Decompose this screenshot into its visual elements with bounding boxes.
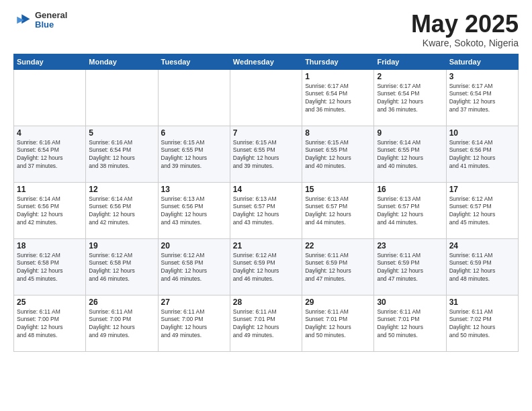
calendar-subtitle: Kware, Sokoto, Nigeria <box>411 38 519 48</box>
week-row-2: 4Sunrise: 6:16 AM Sunset: 6:54 PM Daylig… <box>14 126 519 182</box>
day-cell-29: 29Sunrise: 6:11 AM Sunset: 7:01 PM Dayli… <box>302 295 374 351</box>
calendar-title: May 2025 <box>411 11 519 38</box>
day-info: Sunrise: 6:11 AM Sunset: 7:00 PM Dayligh… <box>17 308 83 340</box>
day-cell-24: 24Sunrise: 6:11 AM Sunset: 6:59 PM Dayli… <box>446 238 518 295</box>
empty-cell <box>230 69 302 126</box>
day-cell-17: 17Sunrise: 6:12 AM Sunset: 6:57 PM Dayli… <box>446 182 518 238</box>
day-number: 6 <box>161 128 227 138</box>
day-number: 12 <box>89 185 154 194</box>
day-cell-19: 19Sunrise: 6:12 AM Sunset: 6:58 PM Dayli… <box>86 238 158 295</box>
day-info: Sunrise: 6:14 AM Sunset: 6:56 PM Dayligh… <box>449 139 515 171</box>
weekday-header-row: SundayMondayTuesdayWednesdayThursdayFrid… <box>14 54 519 69</box>
day-number: 5 <box>89 128 154 138</box>
weekday-header-tuesday: Tuesday <box>158 54 230 69</box>
day-cell-27: 27Sunrise: 6:11 AM Sunset: 7:00 PM Dayli… <box>158 295 230 351</box>
day-cell-5: 5Sunrise: 6:16 AM Sunset: 6:54 PM Daylig… <box>86 126 158 182</box>
day-cell-28: 28Sunrise: 6:11 AM Sunset: 7:01 PM Dayli… <box>230 295 302 351</box>
day-info: Sunrise: 6:14 AM Sunset: 6:56 PM Dayligh… <box>89 195 154 228</box>
day-info: Sunrise: 6:12 AM Sunset: 6:58 PM Dayligh… <box>89 252 154 284</box>
weekday-header-saturday: Saturday <box>446 54 518 69</box>
day-info: Sunrise: 6:13 AM Sunset: 6:57 PM Dayligh… <box>233 195 299 228</box>
day-info: Sunrise: 6:14 AM Sunset: 6:55 PM Dayligh… <box>377 139 443 171</box>
day-cell-16: 16Sunrise: 6:13 AM Sunset: 6:57 PM Dayli… <box>374 182 446 238</box>
day-cell-3: 3Sunrise: 6:17 AM Sunset: 6:54 PM Daylig… <box>446 69 518 126</box>
weekday-header-wednesday: Wednesday <box>230 54 302 69</box>
svg-marker-1 <box>21 15 30 24</box>
day-number: 20 <box>161 241 227 250</box>
day-info: Sunrise: 6:16 AM Sunset: 6:54 PM Dayligh… <box>17 139 83 171</box>
day-cell-22: 22Sunrise: 6:11 AM Sunset: 6:59 PM Dayli… <box>302 238 374 295</box>
day-cell-12: 12Sunrise: 6:14 AM Sunset: 6:56 PM Dayli… <box>86 182 158 238</box>
day-cell-20: 20Sunrise: 6:12 AM Sunset: 6:58 PM Dayli… <box>158 238 230 295</box>
weekday-header-friday: Friday <box>374 54 446 69</box>
day-info: Sunrise: 6:13 AM Sunset: 6:57 PM Dayligh… <box>305 195 371 228</box>
day-info: Sunrise: 6:13 AM Sunset: 6:56 PM Dayligh… <box>161 195 227 228</box>
day-number: 22 <box>305 241 371 250</box>
day-number: 27 <box>161 298 227 307</box>
day-info: Sunrise: 6:17 AM Sunset: 6:54 PM Dayligh… <box>377 83 443 115</box>
day-cell-11: 11Sunrise: 6:14 AM Sunset: 6:56 PM Dayli… <box>14 182 86 238</box>
day-number: 14 <box>233 185 299 194</box>
day-cell-13: 13Sunrise: 6:13 AM Sunset: 6:56 PM Dayli… <box>158 182 230 238</box>
day-number: 7 <box>233 128 299 138</box>
day-info: Sunrise: 6:12 AM Sunset: 6:58 PM Dayligh… <box>161 252 227 284</box>
day-info: Sunrise: 6:13 AM Sunset: 6:57 PM Dayligh… <box>377 195 443 228</box>
day-number: 2 <box>377 72 443 81</box>
day-info: Sunrise: 6:17 AM Sunset: 6:54 PM Dayligh… <box>449 83 515 115</box>
day-info: Sunrise: 6:15 AM Sunset: 6:55 PM Dayligh… <box>233 139 299 171</box>
day-info: Sunrise: 6:14 AM Sunset: 6:56 PM Dayligh… <box>17 195 83 228</box>
day-number: 30 <box>377 298 443 307</box>
day-cell-9: 9Sunrise: 6:14 AM Sunset: 6:55 PM Daylig… <box>374 126 446 182</box>
day-info: Sunrise: 6:11 AM Sunset: 7:01 PM Dayligh… <box>233 308 299 340</box>
empty-cell <box>14 69 86 126</box>
day-info: Sunrise: 6:12 AM Sunset: 6:59 PM Dayligh… <box>233 252 299 284</box>
day-info: Sunrise: 6:11 AM Sunset: 6:59 PM Dayligh… <box>305 252 371 284</box>
day-number: 25 <box>17 298 83 307</box>
day-cell-2: 2Sunrise: 6:17 AM Sunset: 6:54 PM Daylig… <box>374 69 446 126</box>
empty-cell <box>86 69 158 126</box>
day-number: 24 <box>449 241 515 250</box>
day-cell-1: 1Sunrise: 6:17 AM Sunset: 6:54 PM Daylig… <box>302 69 374 126</box>
day-cell-30: 30Sunrise: 6:11 AM Sunset: 7:01 PM Dayli… <box>374 295 446 351</box>
logo-text: General Blue <box>35 11 67 30</box>
day-info: Sunrise: 6:17 AM Sunset: 6:54 PM Dayligh… <box>305 83 371 115</box>
day-cell-10: 10Sunrise: 6:14 AM Sunset: 6:56 PM Dayli… <box>446 126 518 182</box>
day-number: 23 <box>377 241 443 250</box>
day-cell-26: 26Sunrise: 6:11 AM Sunset: 7:00 PM Dayli… <box>86 295 158 351</box>
week-row-5: 25Sunrise: 6:11 AM Sunset: 7:00 PM Dayli… <box>14 295 519 351</box>
day-info: Sunrise: 6:11 AM Sunset: 7:01 PM Dayligh… <box>377 308 443 340</box>
logo-icon <box>13 11 32 30</box>
day-number: 3 <box>449 72 515 81</box>
day-number: 18 <box>17 241 83 250</box>
day-number: 17 <box>449 185 515 194</box>
logo-blue-text: Blue <box>35 20 67 30</box>
day-info: Sunrise: 6:12 AM Sunset: 6:57 PM Dayligh… <box>449 195 515 228</box>
logo-general-text: General <box>35 11 67 20</box>
weekday-header-sunday: Sunday <box>14 54 86 69</box>
day-number: 9 <box>377 128 443 138</box>
day-number: 8 <box>305 128 371 138</box>
day-info: Sunrise: 6:11 AM Sunset: 6:59 PM Dayligh… <box>449 252 515 284</box>
week-row-1: 1Sunrise: 6:17 AM Sunset: 6:54 PM Daylig… <box>14 69 519 126</box>
weekday-header-monday: Monday <box>86 54 158 69</box>
day-cell-31: 31Sunrise: 6:11 AM Sunset: 7:02 PM Dayli… <box>446 295 518 351</box>
empty-cell <box>158 69 230 126</box>
day-number: 13 <box>161 185 227 194</box>
day-cell-4: 4Sunrise: 6:16 AM Sunset: 6:54 PM Daylig… <box>14 126 86 182</box>
day-number: 1 <box>305 72 371 81</box>
day-number: 19 <box>89 241 154 250</box>
day-number: 11 <box>17 185 83 194</box>
day-info: Sunrise: 6:12 AM Sunset: 6:58 PM Dayligh… <box>17 252 83 284</box>
day-info: Sunrise: 6:11 AM Sunset: 7:00 PM Dayligh… <box>89 308 154 340</box>
day-cell-14: 14Sunrise: 6:13 AM Sunset: 6:57 PM Dayli… <box>230 182 302 238</box>
day-cell-7: 7Sunrise: 6:15 AM Sunset: 6:55 PM Daylig… <box>230 126 302 182</box>
day-info: Sunrise: 6:11 AM Sunset: 7:01 PM Dayligh… <box>305 308 371 340</box>
week-row-4: 18Sunrise: 6:12 AM Sunset: 6:58 PM Dayli… <box>14 238 519 295</box>
day-info: Sunrise: 6:15 AM Sunset: 6:55 PM Dayligh… <box>305 139 371 171</box>
day-number: 31 <box>449 298 515 307</box>
day-info: Sunrise: 6:16 AM Sunset: 6:54 PM Dayligh… <box>89 139 154 171</box>
weekday-header-thursday: Thursday <box>302 54 374 69</box>
day-number: 4 <box>17 128 83 138</box>
day-number: 10 <box>449 128 515 138</box>
day-cell-23: 23Sunrise: 6:11 AM Sunset: 6:59 PM Dayli… <box>374 238 446 295</box>
